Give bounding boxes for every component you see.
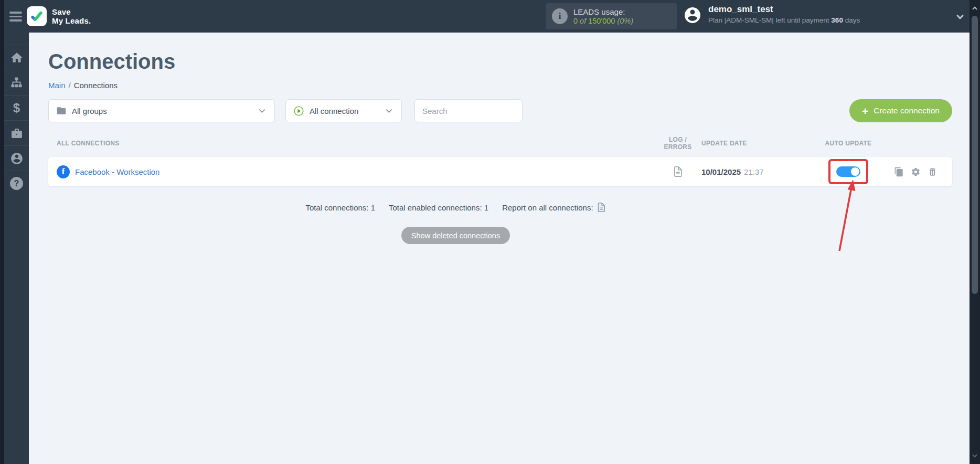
user-account-widget[interactable]: demo_sml_test Plan |ADM-SML-SM| left unt… [683,4,860,25]
main-content: Connections Main/Connections All groups … [29,33,970,464]
delete-trash-icon[interactable] [928,167,938,177]
username: demo_sml_test [708,4,860,15]
column-header-update-date: UPDATE DATE [701,140,780,147]
chevron-down-icon [384,106,394,116]
settings-gear-icon[interactable] [911,167,921,177]
column-header-log-errors: LOG / ERRORS [654,136,701,151]
update-date-cell: 10/01/202521:37 [701,167,780,176]
connection-type-filter-value: All connection [310,107,358,115]
connection-name-link[interactable]: Facebook - Worksection [75,167,159,176]
leads-usage-label: LEADS usage: [573,7,633,16]
scrollbar-down-arrow-icon[interactable] [971,451,978,461]
groups-filter-dropdown[interactable]: All groups [48,99,275,122]
toggle-knob [851,167,859,176]
home-icon [10,51,24,65]
red-highlight-box [828,159,868,184]
billing-icon: $ [13,101,20,115]
savemyleads-logo[interactable]: Save My Leads. [27,6,91,26]
plan-info: Plan |ADM-SML-SM| left until payment 360… [708,16,860,24]
hamburger-menu-icon[interactable] [9,12,22,22]
breadcrumb-separator: / [66,81,74,90]
show-deleted-connections-button[interactable]: Show deleted connections [401,227,510,244]
column-header-auto-update: AUTO UPDATE [809,140,888,147]
search-input[interactable] [414,99,523,122]
table-header-row: ALL CONNECTIONS LOG / ERRORS UPDATE DATE… [48,136,952,151]
user-avatar-icon [683,6,702,25]
connection-type-filter-dropdown[interactable]: All connection [285,99,402,122]
breadcrumb: Main/Connections [48,81,952,90]
scrollbar-thumb[interactable] [972,16,978,294]
sidebar-item-services[interactable] [4,120,29,145]
leads-usage-value: 0 of 150'000 (0%) [573,17,633,25]
sidebar-item-billing[interactable]: $ [4,95,29,120]
summary-row: Total connections: 1 Total enabled conne… [48,202,863,213]
logo-text: Save My Leads. [52,7,91,26]
filter-row: All groups All connection + Create conne… [48,99,952,122]
scrollbar-up-arrow-icon[interactable] [971,4,978,14]
left-sidebar-nav: $ ? [4,33,29,464]
sidebar-item-connections[interactable] [4,70,29,95]
report-label: Report on all connections: [502,203,593,212]
facebook-icon: f [57,165,70,178]
breadcrumb-main-link[interactable]: Main [48,81,66,90]
copy-connection-icon[interactable] [894,167,904,177]
total-enabled-text: Total enabled connections: 1 [389,203,488,212]
info-icon: i [552,8,568,24]
report-document-icon[interactable] [596,202,606,213]
window-left-edge [0,0,4,464]
log-document-icon[interactable] [673,166,683,177]
create-connection-button[interactable]: + Create connection [849,99,952,122]
column-header-all-connections: ALL CONNECTIONS [57,140,654,147]
auto-update-toggle[interactable] [836,166,860,177]
connections-icon [10,76,23,89]
leads-usage-widget[interactable]: i LEADS usage: 0 of 150'000 (0%) [546,3,677,29]
play-circle-icon [293,106,304,117]
sidebar-item-help[interactable]: ? [4,171,29,196]
briefcase-icon [10,127,23,140]
breadcrumb-current: Connections [74,81,118,90]
account-icon [10,152,24,165]
help-icon: ? [10,177,23,190]
plus-icon: + [862,106,868,117]
top-header-bar: Save My Leads. i LEADS usage: 0 of 150'0… [0,0,970,33]
logo-checkmark-icon [27,6,47,26]
connection-table-row: f Facebook - Worksection 10/01/202521:37 [48,157,952,186]
groups-filter-value: All groups [72,107,107,115]
sidebar-item-account[interactable] [4,145,29,171]
page-scrollbar[interactable] [970,0,980,464]
sidebar-item-home[interactable] [4,45,29,70]
folder-icon [56,106,67,116]
total-connections-text: Total connections: 1 [305,203,375,212]
user-menu-chevron-down-icon[interactable] [955,12,965,24]
chevron-down-icon [257,106,267,116]
page-title: Connections [48,50,952,73]
